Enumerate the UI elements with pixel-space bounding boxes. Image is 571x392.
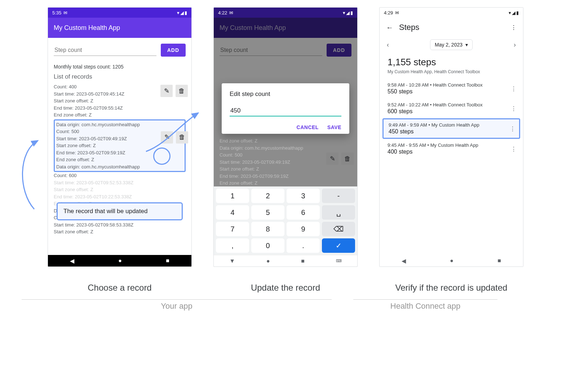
entry-4[interactable]: 9:45 AM - 9:55 AM • My Custom Health App… [380, 139, 523, 159]
delete-icon[interactable]: 🗑 [176, 85, 188, 97]
key-2[interactable]: 2 [251, 189, 284, 203]
dialog-input[interactable] [230, 106, 341, 116]
home-icon[interactable]: ● [450, 257, 453, 264]
key-0[interactable]: 0 [251, 238, 284, 253]
more-icon[interactable]: ⋮ [510, 125, 515, 132]
captions-row: Choose a record Update the record Verify… [0, 274, 571, 293]
numeric-keypad: 1 2 3 - 4 5 6 ␣ 7 8 9 ⌫ , 0 . ✓ [214, 186, 357, 255]
group-labels: Your app Health Connect app [0, 299, 571, 314]
phone-verify: 4:29✉ ▾◢▮ ← Steps ⋮ ‹ May 2, 2023 ▾ › 1,… [379, 7, 523, 267]
key-space[interactable]: ␣ [322, 205, 355, 220]
entry-value: 600 steps [388, 108, 515, 115]
keyboard-icon[interactable]: ⌨ [336, 259, 342, 263]
group-left: Your app [22, 301, 332, 311]
callout-box: The record that will be updated [57, 202, 183, 220]
mail-icon: ✉ [395, 10, 399, 16]
background-records: End zone offset: Z Data origin: com.hc.m… [220, 137, 351, 194]
entry-1[interactable]: 9:58 AM - 10:28 AM • Health Connect Tool… [380, 79, 523, 98]
key-7[interactable]: 7 [216, 222, 249, 236]
edit-highlight-circle [153, 147, 171, 165]
clock: 5:35 [52, 10, 61, 16]
caption-2: Update the record [213, 283, 358, 293]
back-arrow-icon[interactable]: ← [386, 23, 393, 32]
recent-icon[interactable]: ■ [301, 258, 305, 264]
record-ezo: End zone offset: Z [54, 111, 186, 119]
mail-icon: ✉ [63, 10, 67, 16]
more-icon[interactable]: ⋮ [511, 145, 517, 152]
android-nav-bar: ◀ ● ■ [380, 255, 523, 267]
home-icon[interactable]: ● [118, 257, 122, 264]
entry-2[interactable]: 9:52 AM - 10:22 AM • Health Connect Tool… [380, 98, 523, 118]
step-count-input[interactable] [54, 45, 156, 56]
key-1[interactable]: 1 [216, 189, 249, 203]
save-button[interactable]: SAVE [327, 124, 341, 130]
record-szo: Start zone offset: Z [54, 186, 186, 193]
callout-text: The record that will be updated [63, 208, 147, 215]
app-bar: My Custom Health App [48, 18, 191, 38]
monthly-total: Monthly total steps count: 1205 [54, 64, 186, 70]
key-3[interactable]: 3 [287, 189, 320, 203]
total-steps: 1,155 steps [388, 57, 515, 68]
key-4[interactable]: 4 [216, 205, 249, 220]
home-icon[interactable]: ● [266, 258, 270, 264]
key-9[interactable]: 9 [287, 222, 320, 236]
more-icon[interactable]: ⋮ [511, 85, 517, 92]
back-icon[interactable]: ◀ [402, 257, 406, 264]
caption-1: Choose a record [48, 283, 192, 293]
key-dot[interactable]: . [287, 238, 320, 253]
recent-icon[interactable]: ■ [497, 257, 501, 264]
key-8[interactable]: 8 [251, 222, 284, 236]
more-icon[interactable]: ⋮ [511, 105, 517, 112]
battery-icon: ▮ [350, 10, 353, 16]
entry-meta: 9:49 AM - 9:59 AM • My Custom Health App [389, 122, 514, 128]
back-icon[interactable]: ▼ [229, 258, 235, 264]
status-bar: 4:22✉ ▾◢▮ [214, 8, 357, 18]
clock: 4:22 [218, 10, 227, 16]
record-origin: Data origin: com.hc.mycustomhealthapp [56, 121, 183, 128]
recent-icon[interactable]: ■ [166, 257, 169, 264]
phone-update-record: 4:22✉ ▾◢▮ My Custom Health App ADD End z… [213, 7, 358, 267]
signal-icon: ◢ [512, 10, 515, 16]
record-szo: Start zone offset: Z [54, 228, 186, 235]
record-end: End time: 2023-05-02T09:55:14Z [54, 105, 186, 112]
record-count: Count: 600 [54, 172, 186, 179]
app-title: My Custom Health App [54, 24, 120, 32]
entry-value: 450 steps [389, 128, 514, 135]
key-5[interactable]: 5 [251, 205, 284, 220]
record-szo: Start zone offset: Z [54, 97, 186, 105]
edit-icon[interactable]: ✎ [326, 153, 338, 165]
key-backspace[interactable]: ⌫ [322, 222, 355, 236]
add-button[interactable]: ADD [161, 44, 186, 57]
caption-3: Verify if the record is updated [379, 283, 523, 293]
summary: 1,155 steps My Custom Health App, Health… [380, 57, 523, 79]
group-right: Health Connect app [353, 301, 497, 311]
sources: My Custom Health App, Health Connect Too… [388, 69, 515, 74]
record-start: Start time: 2023-05-02T09:58:53.338Z [54, 221, 186, 229]
battery-icon: ▮ [516, 10, 519, 16]
entry-value: 400 steps [388, 149, 515, 155]
more-icon[interactable]: ⋮ [511, 24, 517, 31]
chevron-right-icon[interactable]: › [514, 41, 516, 49]
status-bar: 5:35✉ ▾◢▮ [48, 8, 191, 18]
key-done[interactable]: ✓ [322, 238, 355, 253]
list-title: List of records [54, 73, 186, 80]
key-minus[interactable]: - [322, 189, 355, 203]
delete-icon[interactable]: 🗑 [176, 131, 188, 144]
edit-icon[interactable]: ✎ [161, 131, 173, 144]
key-comma[interactable]: , [216, 238, 249, 253]
entry-meta: 9:45 AM - 9:55 AM • My Custom Health App [388, 142, 515, 148]
date-text: May 2, 2023 [435, 42, 462, 48]
delete-icon[interactable]: 🗑 [341, 153, 354, 165]
edit-icon[interactable]: ✎ [160, 85, 173, 97]
chevron-down-icon: ▾ [465, 42, 468, 48]
key-6[interactable]: 6 [287, 205, 320, 220]
back-icon[interactable]: ◀ [70, 257, 74, 264]
android-nav-bar: ▼ ● ■ ⌨ [214, 255, 357, 267]
mail-icon: ✉ [229, 10, 233, 16]
hc-top-bar: ← Steps ⋮ [380, 18, 523, 37]
android-nav-bar: ◀ ● ■ [48, 255, 191, 267]
cancel-button[interactable]: CANCEL [297, 124, 319, 130]
entry-3-highlighted[interactable]: 9:49 AM - 9:59 AM • My Custom Health App… [382, 118, 520, 139]
date-picker[interactable]: May 2, 2023 ▾ [430, 39, 473, 50]
chevron-left-icon[interactable]: ‹ [387, 41, 389, 49]
